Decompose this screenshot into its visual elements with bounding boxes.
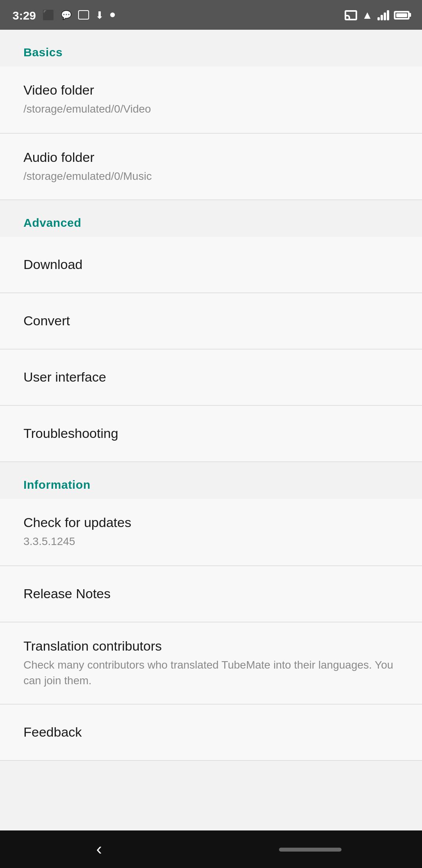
download-title: Download [23, 256, 399, 274]
settings-item-convert[interactable]: Convert [0, 294, 422, 350]
settings-content: Basics Video folder /storage/emulated/0/… [0, 30, 422, 830]
video-folder-subtitle: /storage/emulated/0/Video [23, 102, 399, 117]
translation-contributors-subtitle: Check many contributors who translated T… [23, 658, 399, 688]
audio-folder-subtitle: /storage/emulated/0/Music [23, 169, 399, 184]
section-information: Information Check for updates 3.3.5.1245… [0, 463, 422, 761]
dot-icon [110, 13, 115, 17]
tv-notification-icon: ⬛ [42, 9, 55, 21]
settings-item-release-notes[interactable]: Release Notes [0, 566, 422, 622]
navigation-bar: ‹ [0, 830, 422, 868]
section-header-information: Information [0, 463, 422, 499]
home-indicator[interactable] [279, 847, 342, 851]
convert-title: Convert [23, 313, 399, 330]
status-left: 3:29 ⬛ 💬 ⬇ [13, 8, 115, 22]
cast-icon [345, 10, 357, 20]
video-folder-title: Video folder [23, 82, 399, 99]
photo-icon [78, 10, 89, 20]
download-arrow-icon: ⬇ [95, 9, 104, 21]
settings-item-feedback[interactable]: Feedback [0, 705, 422, 761]
check-updates-subtitle: 3.3.5.1245 [23, 534, 399, 550]
section-advanced: Advanced Download Convert User interface… [0, 201, 422, 463]
settings-item-audio-folder[interactable]: Audio folder /storage/emulated/0/Music [0, 133, 422, 200]
release-notes-title: Release Notes [23, 585, 399, 603]
settings-item-download[interactable]: Download [0, 237, 422, 294]
settings-item-check-updates[interactable]: Check for updates 3.3.5.1245 [0, 499, 422, 566]
settings-item-user-interface[interactable]: User interface [0, 350, 422, 406]
section-header-advanced: Advanced [0, 201, 422, 237]
feedback-title: Feedback [23, 724, 399, 741]
settings-item-translation-contributors[interactable]: Translation contributors Check many cont… [0, 622, 422, 705]
battery-icon [394, 11, 409, 19]
section-header-basics: Basics [0, 30, 422, 66]
audio-folder-title: Audio folder [23, 149, 399, 166]
wifi-icon: ▲ [362, 9, 373, 21]
settings-item-troubleshooting[interactable]: Troubleshooting [0, 406, 422, 463]
back-button[interactable]: ‹ [80, 831, 118, 867]
translation-contributors-title: Translation contributors [23, 638, 399, 655]
status-time: 3:29 [13, 8, 36, 22]
check-updates-title: Check for updates [23, 515, 399, 532]
user-interface-title: User interface [23, 369, 399, 386]
troubleshooting-title: Troubleshooting [23, 425, 399, 443]
message-icon: 💬 [61, 10, 72, 20]
settings-item-video-folder[interactable]: Video folder /storage/emulated/0/Video [0, 66, 422, 133]
status-bar: 3:29 ⬛ 💬 ⬇ ▲ [0, 0, 422, 30]
signal-icon [377, 9, 389, 20]
status-right: ▲ [345, 9, 409, 21]
section-basics: Basics Video folder /storage/emulated/0/… [0, 30, 422, 201]
